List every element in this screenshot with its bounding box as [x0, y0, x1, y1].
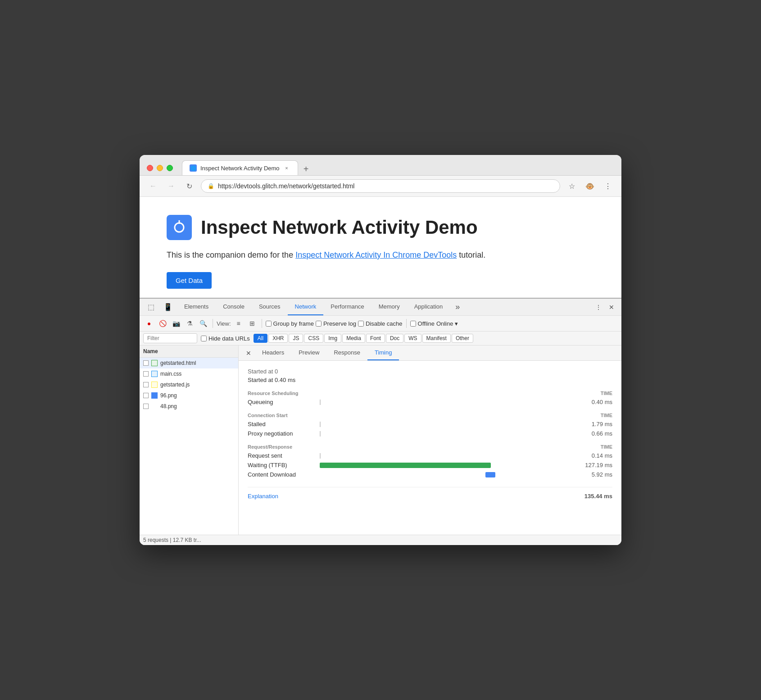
tab-network[interactable]: Network [288, 299, 324, 315]
file-item-48-png[interactable]: 48.png [140, 401, 238, 412]
hide-data-urls-label: Hide data URLs [208, 335, 250, 342]
detail-view-button[interactable]: ⊞ [246, 318, 258, 329]
browser-tab[interactable]: 🌐 Inspect Network Activity Demo × [182, 160, 298, 175]
file-item-main-css[interactable]: main.css [140, 368, 238, 379]
filter-css-button[interactable]: CSS [304, 334, 323, 343]
section-name: Resource Scheduling [248, 391, 298, 396]
description-prefix: This is the companion demo for the [167, 250, 293, 259]
offline-input[interactable] [410, 321, 416, 327]
clear-button[interactable]: 🚫 [157, 318, 168, 329]
url-text: https://devtools.glitch.me/network/getst… [218, 182, 354, 190]
devtools-panel: ⬚ 📱 Elements Console Sources Network Per… [140, 298, 621, 545]
filter-types: All XHR JS CSS Img Media Font Doc WS Man… [254, 334, 473, 343]
minimize-window-button[interactable] [157, 165, 163, 171]
timing-content: Started at 0 Started at 0.40 ms Resource… [239, 361, 621, 507]
group-by-frame-input[interactable] [266, 321, 272, 327]
screenshot-button[interactable]: 📷 [170, 318, 182, 329]
search-button[interactable]: 🔍 [197, 318, 209, 329]
online-dropdown-icon[interactable]: ▾ [455, 320, 458, 327]
filter-other-button[interactable]: Other [452, 334, 473, 343]
offline-checkbox[interactable]: Offline [410, 320, 435, 327]
devtools-close-button[interactable]: ✕ [605, 301, 618, 314]
profile-button[interactable]: 🐵 [584, 180, 596, 192]
toolbar-separator-3 [406, 319, 407, 328]
description-link[interactable]: Inspect Network Activity In Chrome DevTo… [295, 250, 457, 259]
filter-media-button[interactable]: Media [342, 334, 365, 343]
proxy-bar-container [320, 431, 576, 436]
tab-timing[interactable]: Timing [367, 345, 399, 360]
filter-font-button[interactable]: Font [366, 334, 385, 343]
file-checkbox[interactable] [143, 371, 149, 377]
filter-doc-button[interactable]: Doc [386, 334, 403, 343]
tab-application[interactable]: Application [407, 299, 450, 315]
bookmark-button[interactable]: ☆ [566, 180, 578, 192]
devtools-settings-button[interactable]: ⋮ [592, 301, 605, 314]
title-bar: 🌐 Inspect Network Activity Demo × + [140, 155, 621, 176]
address-bar[interactable]: 🔒 https://devtools.glitch.me/network/get… [201, 179, 560, 193]
get-data-button[interactable]: Get Data [167, 272, 212, 289]
timing-explanation: Explanation 135.44 ms [248, 487, 612, 500]
online-select[interactable]: Online ▾ [436, 320, 458, 327]
preserve-log-input[interactable] [316, 321, 322, 327]
tabs-bar: 🌐 Inspect Network Activity Demo × + [182, 160, 614, 175]
filter-input[interactable] [143, 333, 197, 343]
file-item-getstarted-html[interactable]: getstarted.html [140, 358, 238, 368]
menu-button[interactable]: ⋮ [602, 180, 614, 192]
preserve-log-checkbox[interactable]: Preserve log [316, 320, 356, 327]
disable-cache-checkbox[interactable]: Disable cache [358, 320, 403, 327]
queueing-label: Queueing [248, 399, 320, 405]
tab-elements[interactable]: Elements [177, 299, 216, 315]
file-checkbox[interactable] [143, 393, 149, 398]
navigation-bar: ← → ↻ 🔒 https://devtools.glitch.me/netwo… [140, 176, 621, 197]
tab-close-button[interactable]: × [283, 164, 290, 172]
forward-button[interactable]: → [165, 180, 177, 192]
filter-img-button[interactable]: Img [324, 334, 341, 343]
list-view-button[interactable]: ≡ [233, 318, 245, 329]
toolbar-separator-2 [262, 319, 262, 328]
tab-preview[interactable]: Preview [291, 345, 326, 360]
filter-xhr-button[interactable]: XHR [268, 334, 288, 343]
hide-data-urls-checkbox[interactable]: Hide data URLs [201, 335, 250, 342]
file-name: main.css [160, 371, 181, 377]
explanation-link[interactable]: Explanation [248, 493, 278, 500]
file-item-96-png[interactable]: 96.png [140, 390, 238, 401]
inspector-icon[interactable]: ⬚ [143, 299, 159, 315]
file-checkbox[interactable] [143, 382, 149, 387]
queueing-row: Queueing 0.40 ms [248, 399, 612, 405]
content-download-bar-container [320, 472, 576, 477]
group-by-frame-checkbox[interactable]: Group by frame [266, 320, 314, 327]
html-file-icon [151, 360, 158, 366]
filter-js-button[interactable]: JS [289, 334, 303, 343]
device-mode-icon[interactable]: 📱 [159, 299, 177, 315]
record-button[interactable]: ● [143, 318, 155, 329]
disable-cache-input[interactable] [358, 321, 364, 327]
filter-manifest-button[interactable]: Manifest [422, 334, 451, 343]
filter-ws-button[interactable]: WS [404, 334, 421, 343]
tab-performance[interactable]: Performance [323, 299, 371, 315]
file-checkbox[interactable] [143, 360, 149, 366]
filter-all-button[interactable]: All [254, 334, 267, 343]
tab-console[interactable]: Console [216, 299, 252, 315]
file-checkbox[interactable] [143, 404, 149, 409]
new-tab-button[interactable]: + [300, 163, 313, 175]
img-file-icon [151, 392, 158, 399]
file-name: getstarted.html [160, 360, 196, 366]
connection-start-header: Connection Start TIME [248, 413, 612, 418]
more-tabs-button[interactable]: » [450, 299, 465, 315]
close-window-button[interactable] [147, 165, 153, 171]
reload-button[interactable]: ↻ [183, 180, 195, 192]
tab-headers[interactable]: Headers [255, 345, 291, 360]
devtools-main: Name getstarted.html main.css [140, 345, 621, 535]
proxy-label: Proxy negotiation [248, 430, 320, 437]
hide-data-urls-input[interactable] [201, 336, 207, 341]
file-item-getstarted-js[interactable]: getstarted.js [140, 379, 238, 390]
queueing-bar-line [320, 400, 321, 405]
tab-favicon: 🌐 [190, 164, 197, 172]
back-button[interactable]: ← [147, 180, 159, 192]
filter-button[interactable]: ⚗ [184, 318, 195, 329]
tab-sources[interactable]: Sources [252, 299, 288, 315]
maximize-window-button[interactable] [167, 165, 173, 171]
tab-response[interactable]: Response [326, 345, 367, 360]
tab-memory[interactable]: Memory [371, 299, 407, 315]
timing-close-button[interactable]: ✕ [242, 346, 255, 360]
